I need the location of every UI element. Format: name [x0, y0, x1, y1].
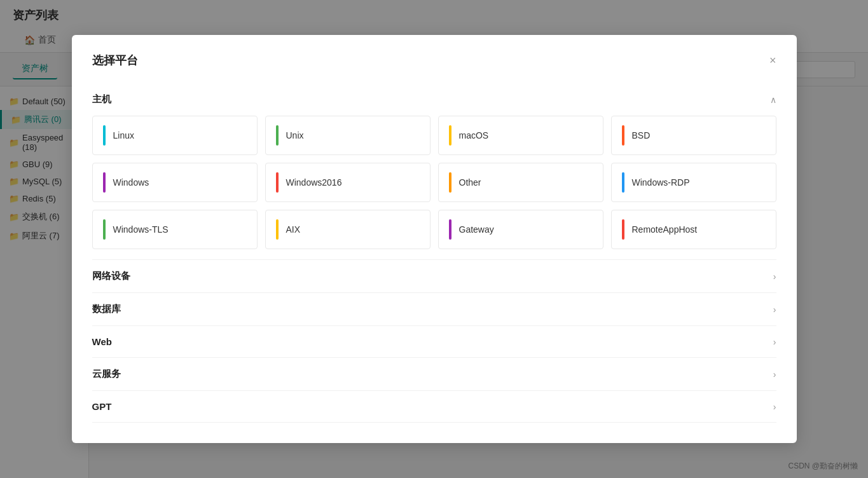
windows2016-label: Windows2016 — [286, 177, 342, 188]
windows-rdp-indicator — [622, 172, 624, 193]
platform-aix[interactable]: AIX — [265, 210, 431, 249]
section-gpt-title: GPT — [92, 401, 112, 412]
gateway-indicator — [449, 219, 451, 240]
modal-header: 选择平台 × — [92, 53, 776, 68]
section-gpt-header[interactable]: GPT › — [92, 391, 776, 422]
chevron-up-icon: ∧ — [770, 95, 776, 105]
other-indicator — [449, 172, 451, 193]
chevron-right-icon-db: › — [773, 304, 776, 315]
windows-label: Windows — [113, 177, 149, 188]
macos-label: macOS — [459, 130, 489, 140]
platform-macos[interactable]: macOS — [438, 116, 603, 155]
section-cloud-header[interactable]: 云服务 › — [92, 358, 776, 390]
unix-indicator — [276, 125, 279, 146]
platform-unix[interactable]: Unix — [265, 116, 431, 155]
bsd-indicator — [622, 125, 624, 146]
section-database: 数据库 › — [92, 293, 776, 326]
section-web-header[interactable]: Web › — [92, 326, 776, 357]
gateway-label: Gateway — [459, 224, 494, 235]
section-host-body: Linux Unix macOS BSD — [92, 116, 776, 259]
section-cloud-title: 云服务 — [92, 368, 121, 380]
remote-app-host-indicator — [622, 219, 624, 240]
section-host-header[interactable]: 主机 ∧ — [92, 83, 776, 116]
chevron-right-icon: › — [773, 271, 776, 282]
platform-other[interactable]: Other — [438, 163, 603, 202]
section-database-header[interactable]: 数据库 › — [92, 293, 776, 325]
section-cloud: 云服务 › — [92, 358, 776, 391]
other-label: Other — [459, 177, 481, 188]
platform-remote-app-host[interactable]: RemoteAppHost — [611, 210, 776, 249]
section-host: 主机 ∧ Linux Unix macOS — [92, 83, 776, 260]
windows2016-indicator — [276, 172, 279, 193]
remote-app-host-label: RemoteAppHost — [632, 224, 698, 235]
modal-overlay[interactable]: 选择平台 × 主机 ∧ Linux Unix — [0, 0, 868, 478]
section-network-header[interactable]: 网络设备 › — [92, 260, 776, 292]
windows-tls-indicator — [103, 219, 106, 240]
chevron-right-icon-gpt: › — [773, 402, 776, 412]
section-gpt: GPT › — [92, 391, 776, 423]
bsd-label: BSD — [632, 130, 651, 140]
platform-windows2016[interactable]: Windows2016 — [265, 163, 431, 202]
aix-indicator — [276, 219, 279, 240]
unix-label: Unix — [286, 130, 304, 140]
section-web: Web › — [92, 326, 776, 358]
chevron-right-icon-cloud: › — [773, 369, 776, 379]
linux-indicator — [103, 125, 106, 146]
platform-linux[interactable]: Linux — [92, 116, 258, 155]
macos-indicator — [449, 125, 451, 146]
platform-windows-rdp[interactable]: Windows-RDP — [611, 163, 776, 202]
section-database-title: 数据库 — [92, 303, 121, 315]
platform-gateway[interactable]: Gateway — [438, 210, 603, 249]
linux-label: Linux — [113, 130, 134, 140]
platform-grid-host: Linux Unix macOS BSD — [92, 116, 776, 249]
section-web-title: Web — [92, 336, 112, 347]
section-host-title: 主机 — [92, 93, 111, 106]
modal-title: 选择平台 — [92, 53, 138, 68]
modal-close-button[interactable]: × — [769, 55, 776, 66]
platform-windows-tls[interactable]: Windows-TLS — [92, 210, 258, 249]
chevron-right-icon-web: › — [773, 337, 776, 347]
platform-bsd[interactable]: BSD — [611, 116, 776, 155]
platform-windows[interactable]: Windows — [92, 163, 258, 202]
windows-tls-label: Windows-TLS — [113, 224, 169, 235]
section-network-title: 网络设备 — [92, 270, 130, 282]
windows-indicator — [103, 172, 106, 193]
aix-label: AIX — [286, 224, 301, 235]
windows-rdp-label: Windows-RDP — [632, 177, 690, 188]
section-network: 网络设备 › — [92, 260, 776, 293]
platform-select-modal: 选择平台 × 主机 ∧ Linux Unix — [72, 35, 797, 443]
